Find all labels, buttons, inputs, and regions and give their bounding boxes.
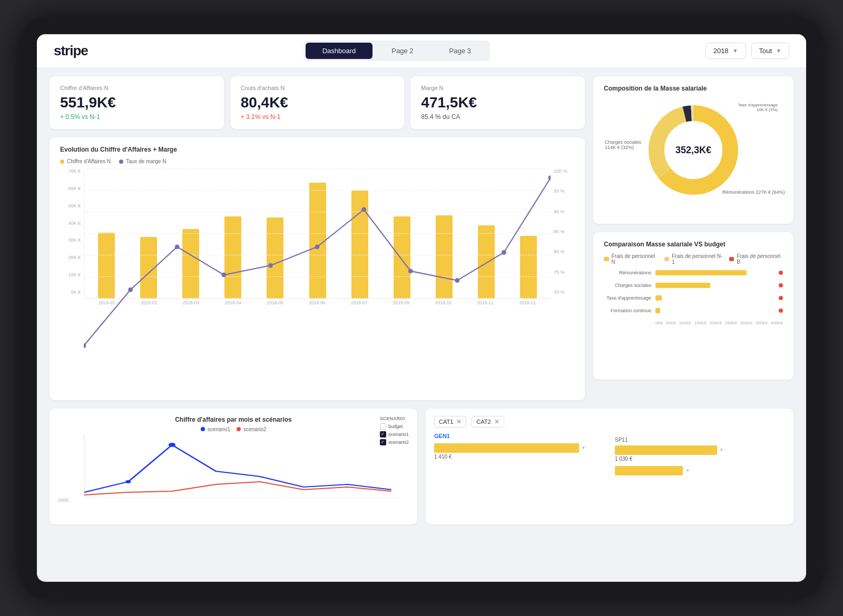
bar [520,236,537,299]
bar-group [297,183,337,299]
sc-budget-checkbox[interactable] [380,423,386,430]
kpi-ca-change: + 0.5% vs N-1 [60,113,213,121]
bar-group [129,237,169,299]
cat-gen1-bar [434,443,579,453]
sc-budget[interactable]: budget [380,423,409,430]
tab-page3[interactable]: Page 3 [433,43,488,59]
header: stripe Dashboard Page 2 Page 3 2018 ▼ To… [37,34,806,68]
hbar-x-axis: 0K€50K€100K€150K€200K€250K€300K€350K€400… [655,321,783,325]
bar [351,191,368,299]
nav-tabs: Dashboard Page 2 Page 3 [303,41,490,61]
bar-group [86,233,126,299]
hbar-title: Comparaison Masse salariale VS budget [604,241,783,248]
bar [394,216,410,299]
hbar-formation-label: Formation continue [604,308,651,313]
scope-chevron-icon: ▼ [776,48,781,54]
svg-point-18 [169,443,175,447]
cat1-close-icon[interactable]: ✕ [456,418,462,425]
kpi-card-couts: Couts d'achats N 80,4K€ + 3.1% vs N-1 [230,76,405,129]
year-dropdown[interactable]: 2018 ▼ [705,43,746,59]
bars-grid [84,168,551,299]
hbar-remun-b-dot [779,271,783,275]
donut-chart-card: Composition de la Masse salariale [593,76,793,224]
x-label: 2018-12 [506,300,548,305]
hbar-remun-n-bar [655,270,747,275]
kpi-marge-label: Marge N [421,85,574,91]
cat-sp11-value: 1 030 € [615,456,785,462]
kpi-card-marge: Marge N 471,5K€ 85.4 % du CA [410,76,585,129]
hbar-n-dot [604,257,609,261]
y-axis-right: 100 %95 %90 %85 %80 %75 %70 % [551,168,574,305]
bar [267,217,283,299]
cat-sp11-bar [615,445,717,455]
legend-ca-label: Chiffre d'Affaires N [67,158,111,164]
scope-value: Tout [759,47,772,55]
cat-cols: GEN1 + 1 410 € [434,433,785,475]
hbar-remun-tracks [655,270,777,275]
hbar-legend-n1: Frais de personnel N-1 [664,253,723,265]
bar-group [466,225,506,299]
x-label: 2018-07 [338,300,380,305]
cat-extra-row: + [615,466,785,475]
x-label: 2018-11 [464,300,506,305]
donut-center: 352,3K€ [675,145,711,156]
logo: stripe [54,43,88,59]
x-labels: 2018-012018-022018-032018-042018-052018-… [84,300,551,305]
bar-chart-area: 70K €60K €50K €40K €30K €20K €10K €0K € [60,168,574,305]
cat-item-sp11: SP11 + 1 030 € [615,437,785,462]
scenario-checkbox-title: SCENARIO [380,416,409,421]
legend-ca: Chiffre d'Affaires N [60,158,111,164]
cat2-name: CAT2 [476,419,491,425]
cat-col1: GEN1 + 1 410 € [434,433,604,475]
x-label: 2018-09 [380,300,423,305]
scope-dropdown[interactable]: Tout ▼ [751,43,789,59]
x-label: 2018-03 [170,300,212,305]
bottom-section: Chiffre d'affaires par mois et scénarios… [50,409,793,524]
hbar-legend-b: Frais de personnel B [729,253,783,265]
kpi-couts-change: + 3.1% vs N-1 [241,113,394,121]
tab-page2[interactable]: Page 2 [375,43,430,59]
cat1-tag: CAT1 ✕ [434,416,466,428]
main-content: Chiffre d'Affaires N 551,9K€ + 0.5% vs N… [37,68,806,582]
header-controls: 2018 ▼ Tout ▼ [705,43,789,59]
cat-gen1-value: 1 410 € [434,454,604,460]
tab-dashboard[interactable]: Dashboard [306,43,373,59]
donut-label-taxe: Taxe d'apprentissage10K € (3%) [738,103,778,112]
bar-group [213,216,253,299]
hbar-legend-n: Frais de personnel N [604,253,658,265]
x-label: 2018-06 [296,300,338,305]
cat-header: CAT1 ✕ CAT2 ✕ [434,416,785,428]
hbar-taxe-b-dot [779,296,783,300]
kpi-marge-change: 85.4 % du CA [421,113,574,121]
bar-group [255,217,295,299]
bar-group [171,229,211,299]
cat-gen1-add[interactable]: + [582,445,585,451]
bar-group [424,215,464,299]
cat2-tag: CAT2 ✕ [472,416,504,428]
sc-budget-label: budget [388,424,403,429]
bar [140,237,157,299]
screen: stripe Dashboard Page 2 Page 3 2018 ▼ To… [37,34,806,582]
hbar-rows: Rémunérations Charges sociales [604,270,783,313]
cat-col2: SP11 + 1 030 € [615,433,785,475]
donut-label-remun: Rémunérations 227K € (64%) [722,190,780,195]
year-value: 2018 [713,47,729,55]
hbar-b-label: Frais de personnel B [737,253,783,265]
cat2-close-icon[interactable]: ✕ [494,418,499,425]
cat-extra-add[interactable]: + [686,468,689,473]
hbar-n1-dot [664,257,670,261]
year-chevron-icon: ▼ [733,48,738,54]
hbar-row-taxe: Taxe d'apprentissage [604,295,783,301]
left-column: Chiffre d'Affaires N 551,9K€ + 0.5% vs N… [50,76,585,400]
kpi-row: Chiffre d'Affaires N 551,9K€ + 0.5% vs N… [50,76,585,129]
bar [478,225,495,299]
cat-sp11-add[interactable]: + [720,447,723,453]
scenario-y-label: 200K [58,498,69,503]
scenario-chart-area: 200K [58,434,409,503]
hbar-row-remun: Rémunérations [604,270,783,275]
bar [436,215,453,299]
cat1-sub: GEN1 [434,433,604,439]
evolution-legend: Chiffre d'Affaires N Taux de marge N [60,158,574,164]
kpi-couts-label: Couts d'achats N [241,85,394,91]
right-column: Composition de la Masse salariale [593,76,793,400]
